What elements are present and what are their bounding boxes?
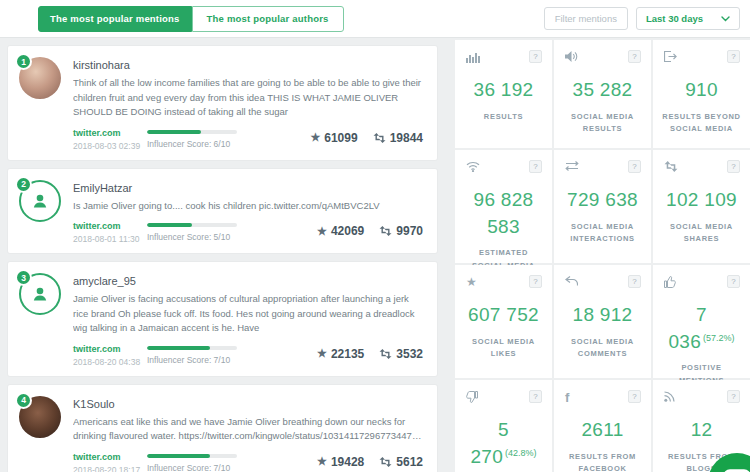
help-icon[interactable]: ? xyxy=(529,275,542,288)
retweet-icon xyxy=(379,349,392,359)
avatar: 1 xyxy=(19,57,61,99)
rank-badge: 4 xyxy=(15,392,32,409)
stat-label: RESULTS xyxy=(455,111,552,124)
mention-card[interactable]: 2 EmilyHatzar Is Jamie Oliver going to..… xyxy=(8,169,437,254)
mention-text: Think of all the low income families tha… xyxy=(73,76,423,120)
help-icon[interactable]: ? xyxy=(628,160,641,173)
mention-author[interactable]: K1Soulo xyxy=(73,398,423,410)
likes-count: ★42069 xyxy=(317,224,364,238)
mention-author[interactable]: kirstinohara xyxy=(73,59,423,71)
influencer-score-label: Influencer Score: 5/10 xyxy=(147,232,237,242)
person-icon xyxy=(31,192,49,210)
shares-count: 3532 xyxy=(379,347,423,361)
date-range-select[interactable]: Last 30 days xyxy=(636,7,740,30)
shares-count: 19844 xyxy=(373,131,423,145)
influencer-score-label: Influencer Score: 6/10 xyxy=(147,139,237,149)
help-icon[interactable]: ? xyxy=(727,160,740,173)
wifi-icon xyxy=(466,161,480,172)
help-icon[interactable]: ? xyxy=(727,275,740,288)
influencer-score-bar xyxy=(147,223,237,227)
stat-value: 2611 xyxy=(554,417,651,444)
stat-value: 35 282 xyxy=(554,77,651,104)
bar-chart-icon xyxy=(466,51,480,63)
help-icon[interactable]: ? xyxy=(628,50,641,63)
mention-date: 2018-08-03 02:39 xyxy=(73,141,145,151)
mention-text: Americans eat like this and we have Jami… xyxy=(73,415,423,444)
stat-value: 12 xyxy=(653,417,750,444)
mention-source-link[interactable]: twitter.com xyxy=(73,128,145,138)
stat-cell-results: ? 36 192 RESULTS xyxy=(455,40,552,148)
sign-out-icon xyxy=(664,51,677,62)
help-icon[interactable]: ? xyxy=(628,390,641,403)
help-icon[interactable]: ? xyxy=(529,160,542,173)
influencer-score-label: Influencer Score: 7/10 xyxy=(147,355,237,365)
stat-percentage: (42.8%) xyxy=(505,448,537,458)
stat-label: SOCIAL MEDIA LIKES xyxy=(455,336,552,362)
stat-label: SOCIAL MEDIA RESULTS xyxy=(554,111,651,137)
star-icon: ★ xyxy=(310,132,320,143)
stat-label: SOCIAL MEDIA INTERACTIONS xyxy=(554,221,651,247)
thumbs-down-icon xyxy=(466,391,478,403)
stats-panel: ? 36 192 RESULTS ? 35 282 SOCIAL MEDIA R… xyxy=(455,40,750,472)
stat-value: 607 752 xyxy=(455,302,552,329)
stat-cell-social-media-results: ? 35 282 SOCIAL MEDIA RESULTS xyxy=(554,40,651,148)
stat-value: 36 192 xyxy=(455,77,552,104)
mention-date: 2018-08-20 18:17 xyxy=(73,465,145,472)
rank-badge: 1 xyxy=(15,53,32,70)
stat-value: 729 638 xyxy=(554,187,651,214)
mention-card[interactable]: 4 K1Soulo Americans eat like this and we… xyxy=(8,385,437,472)
help-icon[interactable]: ? xyxy=(628,275,641,288)
rank-badge: 3 xyxy=(15,269,32,286)
star-icon: ★ xyxy=(317,226,327,237)
facebook-icon: f xyxy=(565,391,569,404)
help-icon[interactable]: ? xyxy=(529,50,542,63)
retweet-icon xyxy=(379,226,392,236)
help-icon[interactable]: ? xyxy=(529,390,542,403)
tab-popular-mentions[interactable]: The most popular mentions xyxy=(38,6,192,32)
mention-author[interactable]: EmilyHatzar xyxy=(73,182,423,194)
mention-date: 2018-08-01 11:30 xyxy=(73,234,145,244)
stat-value: 910 xyxy=(653,77,750,104)
influencer-score-bar xyxy=(147,346,237,350)
stat-label: RESULTS FROM FACEBOOK xyxy=(554,451,651,472)
star-icon: ★ xyxy=(466,276,477,288)
date-range-value: Last 30 days xyxy=(646,13,703,24)
thumbs-up-icon xyxy=(664,276,676,288)
top-bar: The most popular mentions The most popul… xyxy=(0,0,750,38)
retweet-icon xyxy=(379,457,392,467)
help-icon[interactable]: ? xyxy=(727,390,740,403)
star-icon: ★ xyxy=(317,348,327,359)
stat-value: 7 036(57.2%) xyxy=(653,302,750,355)
mention-author[interactable]: amyclare_95 xyxy=(73,275,423,287)
shares-count: 9970 xyxy=(379,224,423,238)
retweet-icon xyxy=(373,133,386,143)
person-icon xyxy=(31,285,49,303)
stat-cell-estimated-social-media-reach: ? 96 828 583 ESTIMATED SOCIAL MEDIA REAC… xyxy=(455,150,552,263)
stat-cell-results-from-facebook: f ? 2611 RESULTS FROM FACEBOOK xyxy=(554,380,651,472)
mention-card[interactable]: 3 amyclare_95 Jamie Oliver is facing acc… xyxy=(8,262,437,376)
influencer-score-label: Influencer Score: 7/10 xyxy=(147,463,237,472)
likes-count: ★61099 xyxy=(310,131,357,145)
filter-mentions-button[interactable]: Filter mentions xyxy=(544,7,628,30)
stat-percentage: (57.2%) xyxy=(703,333,735,343)
rank-badge: 2 xyxy=(15,176,32,193)
exchange-arrows-icon xyxy=(565,161,579,171)
mention-date: 2018-08-20 04:38 xyxy=(73,357,145,367)
stat-value: 96 828 583 xyxy=(455,187,552,240)
shares-count: 5612 xyxy=(379,455,423,469)
stat-value: 102 109 xyxy=(653,187,750,214)
mention-source-link[interactable]: twitter.com xyxy=(73,221,145,231)
likes-count: ★19428 xyxy=(317,455,364,469)
stat-cell-social-media-comments: ? 18 912 SOCIAL MEDIA COMMENTS xyxy=(554,265,651,378)
stat-cell-social-media-shares: ? 102 109 SOCIAL MEDIA SHARES xyxy=(653,150,750,263)
help-icon[interactable]: ? xyxy=(727,50,740,63)
tab-popular-authors[interactable]: The most popular authors xyxy=(192,6,344,32)
mention-source-link[interactable]: twitter.com xyxy=(73,344,145,354)
stat-label: RESULTS BEYOND SOCIAL MEDIA xyxy=(653,111,750,137)
avatar: 4 xyxy=(19,396,61,438)
mention-source-link[interactable]: twitter.com xyxy=(73,452,145,462)
star-icon: ★ xyxy=(317,456,327,467)
likes-count: ★22135 xyxy=(317,347,364,361)
mention-card[interactable]: 1 kirstinohara Think of all the low inco… xyxy=(8,46,437,160)
stat-value: 5 270(42.8%) xyxy=(455,417,552,470)
